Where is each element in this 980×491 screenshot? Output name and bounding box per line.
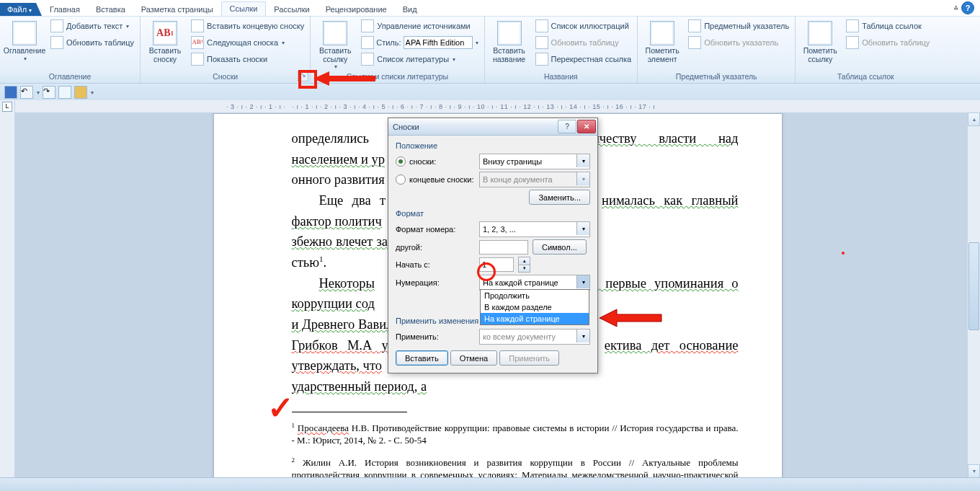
next-footnote-button[interactable]: AB¹Следующая сноска▾ [190, 35, 306, 50]
tab-mailings[interactable]: Рассылки [266, 3, 317, 16]
footnotes-launcher[interactable]: ↘ [298, 71, 308, 81]
tab-view[interactable]: Вид [395, 3, 425, 16]
vertical-scrollbar[interactable]: ▴ ▾ [967, 112, 980, 478]
redo-button[interactable]: ↷ [43, 86, 55, 99]
group-title: Оглавление [4, 71, 135, 83]
ribbon-tabs: Файл▾ Главная Вставка Разметка страницы … [0, 0, 980, 17]
undo-button[interactable]: ↶ [20, 86, 33, 99]
show-notes-button[interactable]: Показать сноски [190, 51, 306, 67]
citation-style-select[interactable]: Стиль:▾ [360, 35, 479, 50]
bibliography-button[interactable]: Список литературы▾ [360, 51, 479, 67]
group-index: Пометить элемент Предметный указатель Об… [638, 17, 796, 83]
option-each-page[interactable]: На каждой странице [481, 313, 589, 324]
add-text-button[interactable]: Добавить текст▾ [49, 18, 135, 34]
group-title: Сноски [145, 71, 306, 83]
group-footnotes: AB1Вставить сноску Вставить концевую сно… [141, 17, 311, 83]
group-toa: Пометить ссылку Таблица ссылок Обновить … [796, 17, 935, 83]
update-index-button[interactable]: Обновить указатель [687, 35, 790, 50]
update-toa-button[interactable]: Обновить таблицу [845, 35, 931, 50]
group-toc: Оглавление▾ Добавить текст▾ Обновить таб… [0, 17, 141, 83]
insert-endnote-button[interactable]: Вставить концевую сноску [190, 18, 306, 34]
insert-toa-button[interactable]: Таблица ссылок [845, 18, 931, 34]
status-bar [0, 477, 980, 491]
mark-citation-button[interactable]: Пометить ссылку [800, 18, 840, 71]
apply-button[interactable]: Применить [499, 350, 559, 366]
tab-insert[interactable]: Вставка [88, 3, 133, 16]
vertical-ruler[interactable]: L [0, 100, 15, 478]
group-title: Таблица ссылок [800, 71, 931, 83]
tab-selector[interactable]: L [2, 102, 12, 112]
index-icon [688, 19, 701, 32]
section-format: Формат [396, 209, 590, 218]
new-doc-button[interactable] [58, 86, 71, 99]
footnotes[interactable]: 1 Просандеева Просандеева Н.В. Противоде… [292, 422, 739, 478]
insert-button[interactable]: Вставить [396, 350, 448, 366]
annotation-dot [842, 252, 845, 255]
dialog-titlebar[interactable]: Сноски ? ✕ [388, 118, 597, 136]
tab-references[interactable]: Ссылки [221, 1, 267, 16]
book-icon [361, 53, 374, 66]
start-at-spinner[interactable]: ▴▾ [518, 257, 530, 273]
dialog-help-button[interactable]: ? [558, 120, 576, 133]
tab-review[interactable]: Рецензирование [318, 3, 395, 16]
save-button[interactable] [4, 86, 17, 99]
ribbon-minimize[interactable]: ▵ [954, 2, 958, 12]
refresh-icon [846, 36, 859, 49]
radio-endnotes[interactable] [396, 174, 406, 185]
style-input[interactable] [404, 36, 473, 49]
symbol-button[interactable]: Символ... [533, 239, 587, 255]
scroll-down[interactable]: ▾ [968, 464, 980, 478]
cancel-button[interactable]: Отмена [450, 350, 497, 366]
show-icon [191, 53, 204, 66]
refresh-icon [535, 36, 548, 49]
tab-page-layout[interactable]: Разметка страницы [133, 3, 221, 16]
mark-entry-button[interactable]: Пометить элемент [642, 18, 682, 71]
option-each-section[interactable]: В каждом разделе [481, 301, 589, 313]
quick-access-toolbar: ↶ ▾ ↷ ▾ [0, 84, 980, 102]
update-figures-button[interactable]: Обновить таблицу [534, 35, 633, 50]
annotation-checkmark: ✓ [267, 389, 294, 426]
cross-reference-button[interactable]: Перекрестная ссылка [534, 51, 633, 67]
footnotes-dialog: Сноски ? ✕ Положение сноски: Внизу стран… [388, 118, 598, 373]
number-format-select[interactable]: 1, 2, 3, ...▾ [479, 221, 590, 237]
endnote-position-select: В конце документа▾ [479, 172, 590, 187]
dialog-close-button[interactable]: ✕ [577, 120, 596, 133]
plus-icon [50, 19, 63, 32]
refresh-icon [50, 36, 63, 49]
horizontal-ruler[interactable]: · 3 · ı · 2 · ı · 1 · ı · · ı · 1 · ı · … [15, 100, 980, 113]
start-at-input[interactable] [479, 257, 514, 272]
list-icon [535, 19, 548, 32]
section-position: Положение [396, 141, 590, 150]
custom-mark-input[interactable] [479, 240, 528, 255]
update-toc-button[interactable]: Обновить таблицу [49, 35, 135, 50]
option-continue[interactable]: Продолжить [481, 290, 589, 301]
tab-home[interactable]: Главная [42, 3, 88, 16]
dialog-title: Сноски [393, 123, 557, 131]
refresh-icon [688, 36, 701, 49]
scroll-thumb[interactable] [968, 242, 979, 330]
group-title: Названия [489, 71, 633, 83]
group-title: Ссылки и списки литературы [315, 71, 479, 83]
manage-sources-button[interactable]: Управление источниками [360, 18, 479, 34]
undo-dropdown[interactable]: ▾ [37, 89, 40, 96]
numbering-select[interactable]: На каждой странице▾ Продолжить В каждом … [479, 275, 590, 291]
sources-icon [361, 19, 374, 32]
apply-to-select[interactable]: ко всему документу▾ [479, 329, 590, 345]
scroll-up[interactable]: ▴ [968, 112, 980, 126]
insert-citation-button[interactable]: Вставить ссылку▾ [315, 18, 355, 71]
replace-button[interactable]: Заменить... [529, 190, 590, 205]
style-icon [361, 36, 374, 49]
ribbon: Оглавление▾ Добавить текст▾ Обновить таб… [0, 17, 980, 84]
radio-footnotes[interactable] [396, 156, 406, 167]
footnote-position-select[interactable]: Внизу страницы▾ [479, 154, 590, 169]
group-title: Предметный указатель [642, 71, 790, 83]
insert-caption-button[interactable]: Вставить название [489, 18, 530, 71]
open-button[interactable] [74, 86, 87, 99]
tab-file[interactable]: Файл▾ [0, 3, 42, 16]
insert-index-button[interactable]: Предметный указатель [687, 18, 790, 34]
qat-customize[interactable]: ▾ [91, 89, 94, 96]
table-of-figures-button[interactable]: Список иллюстраций [534, 18, 633, 34]
help-button[interactable]: ? [961, 1, 974, 14]
toc-button[interactable]: Оглавление▾ [4, 18, 45, 71]
insert-footnote-button[interactable]: AB1Вставить сноску [145, 18, 185, 71]
